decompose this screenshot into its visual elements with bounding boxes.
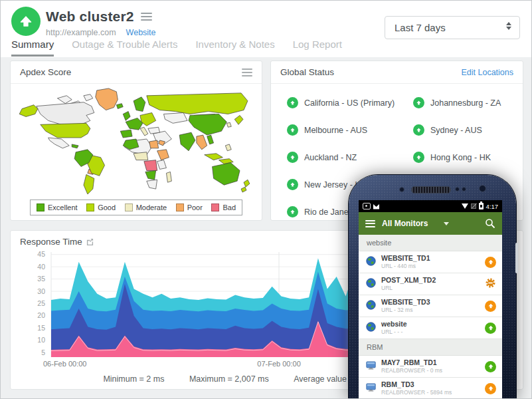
monitor-name: WEBSITE_TD3 <box>381 298 480 307</box>
location-label: California - US (Primary) <box>304 98 395 108</box>
legend-item-poor: Poor <box>176 203 203 211</box>
tab-outage-trouble-alerts[interactable]: Outage & Trouble Alerts <box>72 39 177 57</box>
monitor-name: MAY7_RBM_TD1 <box>381 358 480 367</box>
svg-text:35: 35 <box>37 275 45 283</box>
location-label: Hong Kong - HK <box>430 153 491 162</box>
legend-label: Bad <box>222 203 236 211</box>
app-header: Web cluster2 http://example.comWebsite L… <box>1 1 531 57</box>
location-item[interactable]: Auckland - NZ <box>287 144 413 171</box>
time-range-select[interactable]: Last 7 days <box>385 16 520 39</box>
globe-icon <box>366 256 376 269</box>
location-item[interactable]: Hong Kong - HK <box>413 144 523 171</box>
globe-icon <box>366 300 376 313</box>
x-axis-label: 06-Feb 00:00 <box>43 360 86 368</box>
tab-summary[interactable]: Summary <box>11 39 54 57</box>
location-item[interactable]: California - US (Primary) <box>287 89 413 116</box>
monitor-row[interactable]: RBM_TD3REALBROWSER - 5894 ms <box>359 378 502 399</box>
location-up-icon <box>287 206 298 217</box>
phone-sensor-dot <box>399 187 404 192</box>
page-title: Web cluster2 <box>46 9 134 25</box>
x-axis-label: 07-Feb 00:00 <box>257 360 300 368</box>
monitor-name: website <box>381 320 480 329</box>
monitor-name: RBM_TD3 <box>381 380 480 389</box>
global-status-title: Global Status <box>280 67 334 77</box>
apdex-menu-icon[interactable] <box>242 68 252 76</box>
location-label: Auckland - NZ <box>304 153 357 162</box>
battery-icon <box>479 203 484 209</box>
monitor-detail: REALBROWSER - 5894 ms <box>381 389 480 396</box>
legend-swatch <box>125 203 133 211</box>
section-header-website: website <box>359 235 502 251</box>
browser-icon <box>366 360 376 372</box>
location-label: Sydney - AUS <box>430 126 482 135</box>
location-up-icon <box>413 124 424 136</box>
apdex-world-map <box>11 84 262 198</box>
monitor-status-avatar <box>11 7 41 36</box>
external-link-icon[interactable] <box>86 238 94 245</box>
monitor-row[interactable]: POST_XLM_TD2URL <box>359 273 502 295</box>
legend-label: Moderate <box>136 203 167 211</box>
monitor-url: http://example.com <box>46 28 116 37</box>
legend-item-good: Good <box>86 203 116 211</box>
time-range-value: Last 7 days <box>395 22 446 33</box>
dropdown-caret-icon[interactable] <box>444 222 449 225</box>
status-up-icon <box>485 257 496 268</box>
globe-icon <box>366 278 376 291</box>
location-item[interactable]: Melbourne - AUS <box>287 116 413 144</box>
app-bar-title[interactable]: All Monitors <box>382 219 428 228</box>
svg-text:40: 40 <box>37 263 45 271</box>
location-item[interactable]: Sydney - AUS <box>413 116 523 144</box>
menu-icon[interactable] <box>365 220 375 227</box>
legend-item-moderate: Moderate <box>125 203 167 211</box>
location-up-icon <box>413 97 424 108</box>
svg-text:20: 20 <box>37 311 45 319</box>
tab-log-report[interactable]: Log Report <box>293 39 342 57</box>
notification-icon <box>363 203 371 209</box>
svg-text:25: 25 <box>37 299 45 307</box>
location-label: Johannesburg - ZA <box>430 98 501 108</box>
monitor-row[interactable]: MAY7_RBM_TD1REALBROWSER - 0 ms <box>359 356 502 378</box>
stat-maximum: Maximum = 2,007 ms <box>189 374 269 384</box>
phone-sensor-dot <box>462 187 466 192</box>
section-header-rbm: RBM <box>359 339 502 356</box>
svg-text:15: 15 <box>37 324 45 332</box>
gmail-icon <box>373 203 379 209</box>
edit-locations-link[interactable]: Edit Locations <box>461 68 513 77</box>
location-up-icon <box>413 152 424 163</box>
legend-swatch <box>211 203 219 211</box>
legend-label: Good <box>98 203 116 211</box>
monitor-detail: URL <box>381 285 480 292</box>
wifi-icon <box>462 203 468 209</box>
location-up-icon <box>287 97 298 108</box>
status-up-icon <box>485 383 496 394</box>
monitor-row[interactable]: WEBSITE_TD1URL - 440 ms <box>359 251 502 273</box>
legend-swatch <box>86 203 94 211</box>
monitor-name: WEBSITE_TD1 <box>381 254 480 263</box>
svg-text:10: 10 <box>37 336 45 344</box>
legend-swatch <box>176 203 184 211</box>
svg-text:45: 45 <box>37 250 45 258</box>
phone-app-bar: All Monitors <box>359 212 502 235</box>
tab-inventory-notes[interactable]: Inventory & Notes <box>195 39 274 57</box>
website-type-link[interactable]: Website <box>126 28 156 37</box>
status-up-icon <box>485 323 496 334</box>
title-menu-icon[interactable] <box>141 13 152 21</box>
svg-text:5: 5 <box>41 348 45 356</box>
tab-bar: SummaryOutage & Trouble AlertsInventory … <box>11 39 342 57</box>
search-icon[interactable] <box>485 218 495 229</box>
legend-item-bad: Bad <box>211 203 236 211</box>
monitor-row[interactable]: WEBSITE_TD3URL - 32 ms <box>359 295 502 317</box>
monitor-list: websiteWEBSITE_TD1URL - 440 msPOST_XLM_T… <box>359 235 502 399</box>
phone-side-button <box>515 243 518 273</box>
stat-minimum: Minimum = 2 ms <box>103 374 164 384</box>
phone-camera <box>479 185 486 192</box>
svg-text:30: 30 <box>37 287 45 295</box>
monitor-detail: URL - - - <box>381 329 480 336</box>
location-up-icon <box>287 152 298 163</box>
page: Web cluster2 http://example.comWebsite L… <box>0 0 532 399</box>
location-item[interactable]: Johannesburg - ZA <box>413 89 523 116</box>
monitor-row[interactable]: websiteURL - - - <box>359 317 502 339</box>
no-signal-icon <box>471 203 476 209</box>
monitor-detail: URL - 32 ms <box>381 307 480 314</box>
browser-icon <box>366 382 376 394</box>
